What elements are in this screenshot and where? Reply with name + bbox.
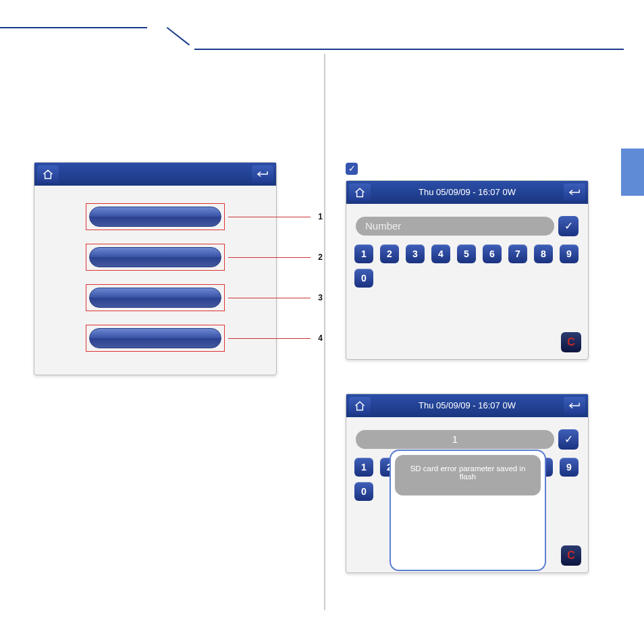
key-1[interactable]: 1 bbox=[354, 458, 373, 477]
key-9[interactable]: 9 bbox=[560, 244, 579, 263]
column-divider bbox=[324, 54, 325, 610]
back-arrow-icon bbox=[568, 187, 581, 198]
menu-item-4-wrap: 4 bbox=[86, 325, 225, 352]
popup-message: SD card error parameter saved in flash bbox=[395, 455, 541, 495]
home-icon bbox=[354, 187, 366, 198]
menu-button-3[interactable] bbox=[89, 288, 221, 308]
number-input[interactable]: Number bbox=[356, 217, 554, 236]
key-1[interactable]: 1 bbox=[354, 244, 373, 263]
back-button[interactable] bbox=[252, 165, 273, 183]
menu-button-4[interactable] bbox=[89, 328, 221, 348]
check-icon: ✓ bbox=[564, 219, 573, 232]
back-arrow-icon bbox=[568, 400, 581, 411]
callout-number-1: 1 bbox=[318, 212, 323, 221]
callout-number-4: 4 bbox=[318, 333, 323, 343]
menu-item-2-wrap: 2 bbox=[86, 244, 225, 271]
callout-line bbox=[228, 257, 311, 258]
clear-button[interactable]: C bbox=[561, 545, 581, 566]
sd-error-popup: SD card error parameter saved in flash bbox=[390, 450, 546, 571]
check-bullet-icon: ✓ bbox=[346, 163, 358, 175]
key-7[interactable]: 7 bbox=[508, 244, 527, 263]
key-0[interactable]: 0 bbox=[354, 482, 373, 501]
numeric-keypad: 1 2 3 4 5 6 7 8 9 0 bbox=[353, 243, 581, 288]
page-side-tab bbox=[621, 149, 644, 196]
header-rule bbox=[0, 27, 624, 54]
callout-line bbox=[228, 338, 311, 339]
key-3[interactable]: 3 bbox=[406, 244, 425, 263]
menu-button-2[interactable] bbox=[89, 247, 221, 267]
check-icon: ✓ bbox=[564, 433, 573, 446]
key-9[interactable]: 9 bbox=[560, 458, 579, 477]
key-0[interactable]: 0 bbox=[354, 269, 373, 288]
menu-item-1-wrap: 1 bbox=[86, 203, 225, 230]
callout-line bbox=[228, 298, 311, 298]
key-2[interactable]: 2 bbox=[380, 244, 399, 263]
key-6[interactable]: 6 bbox=[483, 244, 502, 263]
device-titlebar bbox=[34, 163, 276, 186]
callout-line bbox=[228, 217, 311, 217]
confirm-button[interactable]: ✓ bbox=[558, 429, 579, 450]
back-arrow-icon bbox=[256, 169, 269, 180]
callout-number-2: 2 bbox=[318, 252, 323, 262]
device-menu-screen: 1 2 3 4 bbox=[34, 162, 277, 375]
home-button[interactable] bbox=[349, 397, 371, 414]
titlebar-datetime: Thu 05/09/09 - 16:07 0W bbox=[371, 187, 564, 197]
home-button[interactable] bbox=[37, 165, 59, 183]
clear-button[interactable]: C bbox=[561, 332, 581, 352]
back-button[interactable] bbox=[564, 397, 585, 414]
key-4[interactable]: 4 bbox=[431, 244, 450, 263]
device-keypad-2: Thu 05/09/09 - 16:07 0W 1 ✓ 1 2 3 4 bbox=[346, 394, 589, 573]
number-input[interactable]: 1 bbox=[356, 430, 554, 449]
back-button[interactable] bbox=[564, 184, 585, 201]
key-8[interactable]: 8 bbox=[534, 244, 553, 263]
device-titlebar: Thu 05/09/09 - 16:07 0W bbox=[346, 181, 588, 204]
menu-button-1[interactable] bbox=[89, 207, 221, 227]
home-icon bbox=[42, 169, 54, 180]
device-keypad-1: Thu 05/09/09 - 16:07 0W Number ✓ 1 2 3 4 bbox=[346, 180, 589, 360]
home-icon bbox=[354, 400, 366, 411]
titlebar-datetime: Thu 05/09/09 - 16:07 0W bbox=[371, 400, 564, 410]
device-titlebar: Thu 05/09/09 - 16:07 0W bbox=[346, 394, 588, 417]
callout-number-3: 3 bbox=[318, 293, 323, 302]
menu-item-3-wrap: 3 bbox=[86, 284, 225, 311]
home-button[interactable] bbox=[349, 184, 371, 201]
key-5[interactable]: 5 bbox=[457, 244, 476, 263]
confirm-button[interactable]: ✓ bbox=[558, 216, 579, 236]
